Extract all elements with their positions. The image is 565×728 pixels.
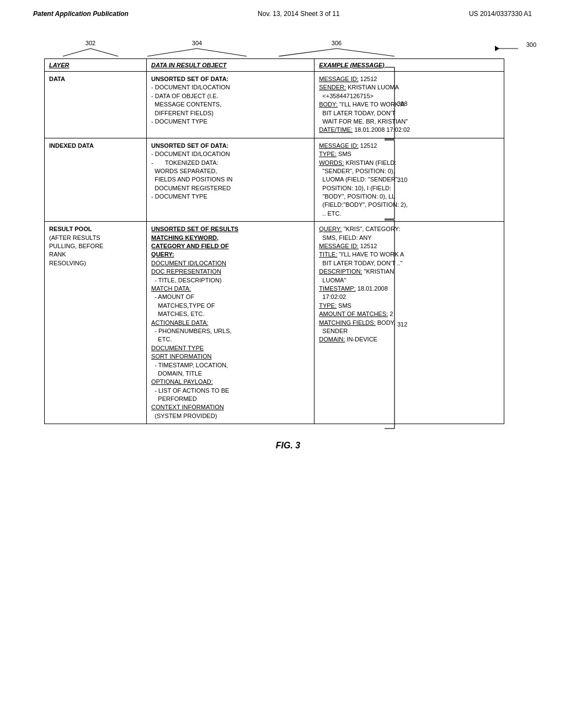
col-ref-302: 302 [50, 40, 131, 58]
fig-label: FIG. 3 [44, 441, 532, 451]
diagram-area: 300 302 304 306 [0, 23, 565, 467]
bracket-306 [273, 46, 400, 58]
svg-marker-1 [495, 46, 499, 51]
table-row-indexed: INDEXED DATA UNSORTED SET OF DATA: - DOC… [45, 138, 504, 222]
ref-300-label: 300 [495, 39, 536, 51]
svg-line-5 [197, 49, 247, 56]
bracket-304 [142, 46, 252, 58]
table-row-result-pool: RESULT POOL (AFTER RESULTS PULLING, BEFO… [45, 222, 504, 424]
page-header: Patent Application Publication Nov. 13, … [0, 0, 565, 23]
pub-date: Nov. 13, 2014 Sheet 3 of 11 [258, 10, 340, 18]
example-cell-result-pool: QUERY: "KRIS", CATEGORY: SMS, FIELD: ANY… [315, 222, 504, 424]
col-refs-row: 302 304 306 [50, 40, 532, 58]
example-cell-data: MESSAGE ID: 12512 SENDER: KRISTIAN LUOMA… [315, 72, 504, 138]
svg-line-4 [147, 49, 197, 56]
svg-line-6 [279, 49, 337, 56]
main-table: LAYER DATA IN RESULT OBJECT EXAMPLE (MES… [44, 58, 504, 424]
data-cell-result-pool: UNSORTED SET OF RESULTS MATCHING KEYWORD… [147, 222, 315, 424]
patent-num: US 2014/0337330 A1 [469, 10, 532, 18]
svg-line-3 [90, 49, 118, 56]
main-table-wrapper: LAYER DATA IN RESULT OBJECT EXAMPLE (MES… [44, 58, 504, 424]
layer-cell-indexed: INDEXED DATA [45, 138, 147, 222]
table-header-row: LAYER DATA IN RESULT OBJECT EXAMPLE (MES… [45, 59, 504, 72]
table-row-data: DATA UNSORTED SET OF DATA: - DOCUMENT ID… [45, 72, 504, 138]
layer-cell-data: DATA [45, 72, 147, 138]
bracket-302 [57, 46, 124, 58]
col-header-data: DATA IN RESULT OBJECT [147, 59, 315, 72]
col-ref-304: 304 [131, 40, 263, 58]
layer-cell-result-pool: RESULT POOL (AFTER RESULTS PULLING, BEFO… [45, 222, 147, 424]
data-cell-indexed: UNSORTED SET OF DATA: - DOCUMENT ID/LOCA… [147, 138, 315, 222]
ref-300-arrow [495, 39, 525, 51]
example-cell-indexed: MESSAGE ID: 12512 TYPE: SMS WORDS: KRIST… [315, 138, 504, 222]
col-ref-306: 306 [263, 40, 411, 58]
svg-line-2 [63, 49, 90, 56]
data-cell-data: UNSORTED SET OF DATA: - DOCUMENT ID/LOCA… [147, 72, 315, 138]
col-header-example: EXAMPLE (MESSAGE) [315, 59, 504, 72]
col-header-layer: LAYER [45, 59, 147, 72]
pub-title: Patent Application Publication [33, 10, 129, 18]
svg-line-7 [337, 49, 395, 56]
